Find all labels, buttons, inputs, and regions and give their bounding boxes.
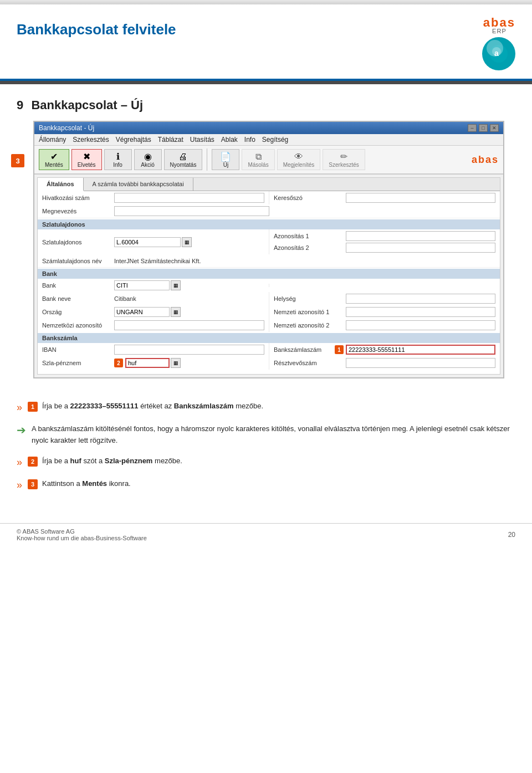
close-button[interactable]: ✕ xyxy=(490,124,499,132)
window-content: Általános A számla további bankkapcsolat… xyxy=(37,177,500,375)
row-szlatulajdonos: Szlatulajdonos ▦ Azonosítás 1 xyxy=(38,229,500,254)
orszag-input[interactable] xyxy=(114,307,170,317)
menu-utasitas[interactable]: Utasítás xyxy=(190,136,214,144)
nemzeti1-input[interactable] xyxy=(346,307,495,317)
orszag-label: Ország xyxy=(42,309,114,315)
tab-bankkapcsolatok[interactable]: A számla további bankkapcsolatai xyxy=(84,178,193,191)
arrow-icon-2: » xyxy=(17,455,22,469)
save-icon: ✔ xyxy=(50,151,58,162)
copy-icon: ⧉ xyxy=(255,151,262,162)
view-label: Megjelenítés xyxy=(283,162,315,168)
discard-button[interactable]: ✖ Elvetés xyxy=(71,149,102,170)
arrow-bullet-3: » 3 xyxy=(17,478,42,492)
right-keresoszó: Keresőszó xyxy=(269,191,500,204)
info-label: Info xyxy=(113,162,122,168)
instruction-2: » 2 Írja be a huf szót a Szla-pénznem me… xyxy=(17,455,515,469)
svg-point-0 xyxy=(490,45,508,63)
abas-logo: abas ERP xyxy=(483,16,515,34)
info-button[interactable]: ℹ Info xyxy=(104,149,132,170)
toolbar-abas-logo: abas xyxy=(472,154,499,166)
megnevezes-field xyxy=(114,206,495,216)
svg-text:a: a xyxy=(494,49,499,58)
right-bankszamlaszam: Bankszámlaszám 1 xyxy=(269,343,500,356)
tagline: Know-how rund um die abas-Business-Softw… xyxy=(17,535,147,541)
bankszamlaszam-input[interactable] xyxy=(346,345,495,355)
bank-neve-field: Citibank xyxy=(114,295,264,302)
bank-section-header: Bank xyxy=(38,269,500,279)
menu-segitseg[interactable]: Segítség xyxy=(262,136,288,144)
window-title: Bankkapcsolat - Új xyxy=(39,124,94,132)
menu-szerkesztes[interactable]: Szerkesztés xyxy=(73,136,109,144)
section-heading: 9 Bankkapcsolat – Új xyxy=(0,84,532,121)
orszag-lookup[interactable]: ▦ xyxy=(171,307,181,317)
arrow-icon-1: » xyxy=(17,401,22,414)
szlapenznem-lookup[interactable]: ▦ xyxy=(171,358,181,368)
menu-ablak[interactable]: Ablak xyxy=(221,136,238,144)
szlatulajdonos-label: Szlatulajdonos xyxy=(42,239,114,245)
row-bank: Bank ▦ xyxy=(38,279,500,292)
nemzetkozi-label: Nemzetközi azonosító xyxy=(42,322,114,329)
bank-input[interactable] xyxy=(114,280,170,290)
left-szlapenznem: Szla-pénznem 2 ▦ xyxy=(38,356,269,370)
azonositas2-input[interactable] xyxy=(346,243,495,253)
print-icon: 🖨 xyxy=(178,151,187,162)
bullet-1: 1 xyxy=(28,402,38,412)
szlatulajdonos-section-header: Szlatulajdonos xyxy=(38,219,500,229)
arrow-bullet-2: » 2 xyxy=(17,455,42,469)
menu-info[interactable]: Info xyxy=(244,136,255,144)
bank-neve-value: Citibank xyxy=(114,295,136,302)
szlatulajdonos-lookup[interactable]: ▦ xyxy=(182,237,192,247)
keresoszó-input[interactable] xyxy=(346,193,495,203)
iban-input[interactable] xyxy=(114,345,264,355)
azonositas1-input[interactable] xyxy=(346,231,495,241)
left-szlatulajdonos: Szlatulajdonos ▦ xyxy=(38,236,269,249)
row-nemzetkozi: Nemzetközi azonosító Nemzeti azonosító 2 xyxy=(38,319,500,332)
instruction-1-text: Írja be a 22223333–55551111 értéket az B… xyxy=(42,401,263,412)
szlatulajdonos-input[interactable] xyxy=(114,237,181,247)
left-hivatkozasi: Hivatkozási szám xyxy=(38,191,269,204)
bank-lookup[interactable]: ▦ xyxy=(171,280,181,290)
save-button[interactable]: ✔ Mentés xyxy=(39,149,69,170)
new-button[interactable]: 📄 Új xyxy=(212,149,239,170)
minimize-button[interactable]: – xyxy=(468,124,477,132)
menu-vegrehajtás[interactable]: Végrehajtás xyxy=(116,136,151,144)
arrow-icon-3: » xyxy=(17,478,22,492)
left-orszag: Ország ▦ xyxy=(38,305,269,319)
bank-neve-label: Bank neve xyxy=(42,295,114,302)
left-bank-neve: Bank neve Citibank xyxy=(38,294,269,304)
szlapenznem-input[interactable] xyxy=(125,358,170,368)
svg-point-1 xyxy=(492,47,501,56)
nemzeti2-input[interactable] xyxy=(346,320,495,330)
new-icon: 📄 xyxy=(220,151,231,162)
window-controls[interactable]: – □ ✕ xyxy=(468,124,499,132)
view-icon: 👁 xyxy=(294,151,303,162)
row-szla-penznem: Szla-pénznem 2 ▦ Résztvevőszám xyxy=(38,356,500,374)
circle-icon: ➔ xyxy=(17,423,26,437)
iban-label: IBAN xyxy=(42,346,114,353)
megnevezes-input[interactable] xyxy=(114,206,269,216)
bank-label: Bank xyxy=(42,282,114,289)
badge-1: 1 xyxy=(335,345,344,354)
action-button[interactable]: ◉ Akció xyxy=(134,149,162,170)
resztvevoszam-input[interactable] xyxy=(346,358,495,368)
action-label: Akció xyxy=(141,162,154,168)
tab-altalanos[interactable]: Általános xyxy=(38,178,84,191)
row-iban-bankszam: IBAN Bankszámlaszám 1 xyxy=(38,343,500,356)
logo-icon: a xyxy=(482,37,515,70)
maximize-button[interactable]: □ xyxy=(479,124,488,132)
hivatkozasi-input[interactable] xyxy=(114,193,264,203)
menu-tablazat[interactable]: Táblázat xyxy=(158,136,183,144)
nemzetkozi-input[interactable] xyxy=(114,320,264,330)
view-button: 👁 Megjelenítés xyxy=(277,149,321,170)
instruction-circle-text: A bankszámlaszám kitöltésénél fontos, ho… xyxy=(32,423,515,447)
application-window: Bankkapcsolat - Új – □ ✕ Állomány Szerke… xyxy=(33,121,504,378)
info-icon: ℹ xyxy=(116,151,120,162)
left-nemzetkozi: Nemzetközi azonosító xyxy=(38,319,269,332)
row-orszag: Ország ▦ Nemzeti azonosító 1 xyxy=(38,305,500,319)
window-wrapper: 3 Bankkapcsolat - Új – □ ✕ Állomány Szer… xyxy=(22,121,515,378)
menu-allomany[interactable]: Állomány xyxy=(39,136,66,144)
row-szamlatulajdonos-nev: Számlatulajdonos név InterJNet Számítást… xyxy=(38,254,500,268)
print-button[interactable]: 🖨 Nyomtatás xyxy=(164,149,203,170)
keresoszó-label: Keresőszó xyxy=(274,194,346,201)
helyseg-input[interactable] xyxy=(346,294,495,304)
